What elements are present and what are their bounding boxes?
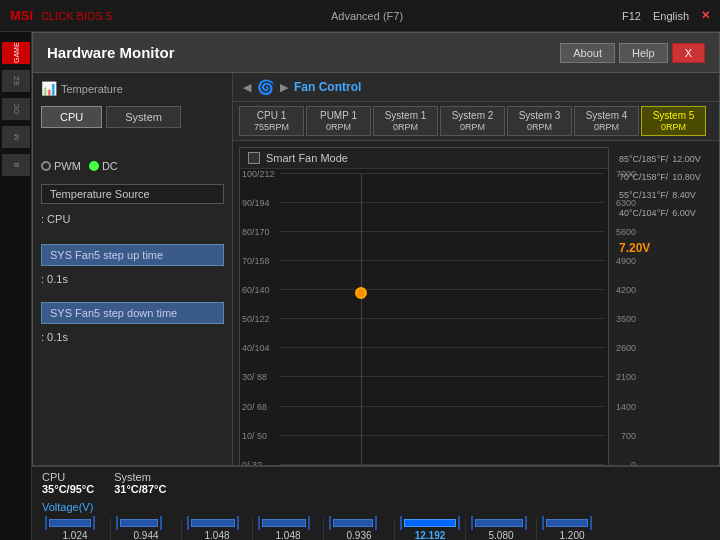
pwm-option[interactable]: PWM	[41, 160, 81, 172]
sidebar-tab-board[interactable]: B	[2, 154, 30, 176]
grid-label-r70: 4900	[616, 256, 636, 266]
voltage-dram: 1.200 DRAM	[537, 516, 607, 540]
dc-label: DC	[102, 160, 118, 172]
temperature-label: Temperature	[61, 83, 123, 95]
voltage-5v: 5.080 System/5V	[466, 516, 536, 540]
f12-label[interactable]: F12	[622, 10, 641, 22]
vpch-val: 1.048	[275, 530, 300, 540]
dc-radio[interactable]	[89, 161, 99, 171]
grid-label-10: 10/ 50	[242, 431, 267, 441]
temp-item-85[interactable]: 85°C/185°F/ 12.00V	[613, 151, 713, 167]
grid-label-r10: 700	[621, 431, 636, 441]
temp-source-value: : CPU	[41, 213, 224, 225]
language-label[interactable]: English	[653, 10, 689, 22]
help-button[interactable]: Help	[619, 43, 668, 63]
voltage-bars: 1.024 CPU Core 0.944 CPU I/O 1.048 CPU S…	[32, 515, 720, 540]
temp-40-val: 6.00V	[672, 208, 696, 218]
fan-btn-sys3[interactable]: System 30RPM	[507, 106, 572, 136]
fan-control-header: ◀ 🌀 ▶ Fan Control	[233, 73, 719, 102]
step-down-value: : 0.1s	[41, 331, 224, 343]
voltage-cpu-io: 0.944 CPU I/O	[111, 516, 181, 540]
voltage-cpu-sa: 1.048 CPU SA	[182, 516, 252, 540]
msi-logo: MSI	[10, 8, 33, 23]
dc-option[interactable]: DC	[89, 160, 118, 172]
grid-label-100: 100/212	[242, 169, 275, 179]
step-up-btn[interactable]: SYS Fan5 step up time	[41, 244, 224, 266]
grid-label-60: 60/140	[242, 285, 270, 295]
chart-container: Smart Fan Mode 100/212 7000 90/194 6300	[239, 147, 609, 499]
cpu-temp-section: CPU 35°C/95°C	[42, 471, 94, 495]
grid-label-r40: 2600	[616, 343, 636, 353]
grid-label-r90: 6300	[616, 198, 636, 208]
grid-line-3: 30/ 88 2100	[280, 376, 604, 377]
fan-buttons-grid: CPU 1755RPM PUMP 10RPM System 10RPM Syst…	[233, 102, 719, 141]
pwm-radio[interactable]	[41, 161, 51, 171]
grid-label-70: 70/158	[242, 256, 270, 266]
temp-85-label: 85°C/185°F/	[619, 154, 668, 164]
grid-label-50: 50/122	[242, 314, 270, 324]
grid-label-r50: 3500	[616, 314, 636, 324]
grid-line-5: 50/122 3500	[280, 318, 604, 319]
top-close-btn[interactable]: ✕	[701, 9, 710, 22]
fan-btn-sys1[interactable]: System 10RPM	[373, 106, 438, 136]
temp-55-val: 8.40V	[672, 190, 696, 200]
grid-line-7: 70/158 4900	[280, 260, 604, 261]
temp-40-label: 40°C/104°F/	[619, 208, 668, 218]
temperature-source-btn[interactable]: Temperature Source	[41, 184, 224, 204]
grid-line-8: 80/170 5600	[280, 231, 604, 232]
step-up-value: : 0.1s	[41, 273, 224, 285]
vcpu-io-val: 0.944	[133, 530, 158, 540]
thermometer-icon: 📊	[41, 81, 57, 96]
grid-label-40: 40/104	[242, 343, 270, 353]
cpu-system-tabs: CPU System	[41, 106, 224, 128]
chart-vline	[361, 173, 362, 496]
bios-product: CLICK BIOS 5	[41, 10, 112, 22]
smart-fan-checkbox[interactable]	[248, 152, 260, 164]
chart-data-point[interactable]	[355, 287, 367, 299]
grid-line-4: 40/104 2600	[280, 347, 604, 348]
pwm-label: PWM	[54, 160, 81, 172]
temp-70-val: 10.80V	[672, 172, 701, 182]
sidebar-tab-mflash[interactable]: M	[2, 126, 30, 148]
system-tab[interactable]: System	[106, 106, 181, 128]
sidebar-tab-ez[interactable]: EZ	[2, 70, 30, 92]
grid-label-30: 30/ 88	[242, 372, 267, 382]
top-bar-left: MSI CLICK BIOS 5	[10, 8, 112, 23]
vigpu-val: 0.936	[346, 530, 371, 540]
fan-left-arrow: ◀	[243, 81, 251, 94]
grid-line-9: 90/194 6300	[280, 202, 604, 203]
hardware-monitor-modal: Hardware Monitor About Help X 📊 Temperat…	[32, 32, 720, 540]
cpu-label: CPU	[42, 471, 94, 483]
top-bar-right: F12 English ✕	[622, 9, 710, 22]
vdram-val: 1.200	[559, 530, 584, 540]
fan-btn-sys4[interactable]: System 40RPM	[574, 106, 639, 136]
smart-fan-row: Smart Fan Mode	[240, 148, 608, 169]
modal-close-button[interactable]: X	[672, 43, 705, 63]
fan-btn-sys5[interactable]: System 50RPM	[641, 106, 706, 136]
v5-val: 5.080	[488, 530, 513, 540]
system-label: System	[114, 471, 166, 483]
fan-btn-sys2[interactable]: System 20RPM	[440, 106, 505, 136]
smart-fan-label: Smart Fan Mode	[266, 152, 348, 164]
grid-line-10: 100/212 7000	[280, 173, 604, 174]
fan-btn-cpu1[interactable]: CPU 1755RPM	[239, 106, 304, 136]
step-down-btn[interactable]: SYS Fan5 step down time	[41, 302, 224, 324]
temp-85-val: 12.00V	[672, 154, 701, 164]
system-temp-section: System 31°C/87°C	[114, 471, 166, 495]
mode-label[interactable]: Advanced (F7)	[331, 10, 403, 22]
voltage-igpu: 0.936 Internal GPU	[324, 516, 394, 540]
grid-label-20: 20/ 68	[242, 402, 267, 412]
cpu-tab[interactable]: CPU	[41, 106, 102, 128]
sidebar-tab-oc[interactable]: OC	[2, 98, 30, 120]
fan-icon: 🌀	[257, 79, 274, 95]
system-temp-value: 31°C/87°C	[114, 483, 166, 495]
voltage-pch: 1.048 PCH	[253, 516, 323, 540]
chart-area[interactable]: 100/212 7000 90/194 6300 80/170 5600	[240, 169, 608, 498]
grid-label-r30: 2100	[616, 372, 636, 382]
fan-btn-pump1[interactable]: PUMP 10RPM	[306, 106, 371, 136]
grid-line-2: 20/ 68 1400	[280, 406, 604, 407]
grid-label-90: 90/194	[242, 198, 270, 208]
fan-right-arrow: ▶	[280, 81, 288, 94]
about-button[interactable]: About	[560, 43, 615, 63]
sidebar-tab-game[interactable]: GAME	[2, 42, 30, 64]
